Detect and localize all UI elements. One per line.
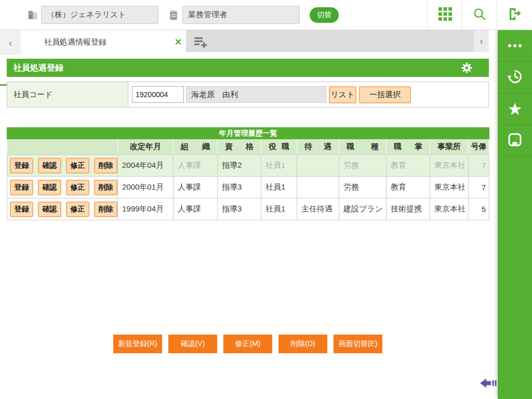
cell-treatment — [297, 155, 339, 177]
list-button[interactable]: リスト — [329, 86, 356, 103]
cell-grade: 指導3 — [218, 177, 261, 198]
row-confirm-button[interactable]: 確認 — [38, 202, 61, 217]
tab-scroll-left-button[interactable]: ‹ — [0, 30, 21, 55]
cell-job-class: 技術提携 — [387, 198, 430, 220]
row-delete-button[interactable]: 削除 — [94, 180, 117, 195]
building-icon — [27, 9, 38, 23]
row-register-button[interactable]: 登録 — [10, 158, 33, 174]
row-delete-button[interactable]: 削除 — [94, 202, 117, 217]
row-confirm-button[interactable]: 確認 — [38, 158, 61, 174]
column-header: 改定年月 — [118, 139, 174, 155]
sidebar-history-button[interactable] — [498, 62, 532, 94]
row-delete-button[interactable]: 削除 — [94, 158, 117, 174]
column-header: 事業所 — [430, 139, 469, 155]
cell-office: 東京本社 — [430, 198, 469, 220]
tab-close-icon[interactable]: × — [170, 36, 186, 48]
gear-icon[interactable] — [460, 61, 473, 76]
action-button-bar: 新規登録(R) 確認(V) 修正(M) 削除(D) 画面切替(E) — [7, 335, 489, 353]
memo-bubble-icon — [507, 132, 523, 150]
cell-grade: 指導2 — [218, 155, 261, 177]
add-tab-button[interactable] — [193, 35, 209, 49]
tab-active[interactable]: 社員処遇情報登録 × — [21, 30, 186, 54]
logout-icon — [507, 6, 523, 24]
cell-job-class: 教育 — [387, 155, 430, 177]
row-actions-cell: 登録 確認 修正 削除 — [7, 155, 118, 177]
employee-code-input[interactable] — [132, 86, 184, 103]
cell-grade: 指導3 — [218, 198, 261, 220]
table-row: 登録 確認 修正 削除 2004年04月 人事課 指導2 社員1 労務 教育 東… — [7, 155, 489, 177]
cell-org: 人事課 — [174, 198, 218, 220]
action-new-button[interactable]: 新規登録(R) — [113, 335, 162, 353]
action-screen-switch-button[interactable]: 画面切替(E) — [334, 335, 382, 353]
logout-button[interactable] — [506, 6, 524, 24]
employee-code-row: 社員コード 海老原 由利 リスト 一括選択 — [7, 82, 489, 108]
cell-post: 社員1 — [261, 198, 297, 220]
table-header-row: 改定年月 組織 資格 役職 待遇 職種 職掌 事業所 号俸 — [7, 139, 489, 155]
switch-button[interactable]: 切替 — [310, 7, 339, 23]
cell-step: 7 — [469, 155, 489, 177]
cell-job-class: 教育 — [387, 177, 430, 198]
page-title: 社員処遇登録 — [7, 59, 489, 77]
topbar-divider — [461, 0, 462, 30]
cell-job-type: 労務 — [339, 155, 387, 177]
chevron-left-icon: ‹ — [9, 37, 12, 49]
star-icon: ★ — [508, 101, 523, 117]
history-icon — [507, 68, 524, 87]
clipboard-icon — [168, 9, 179, 23]
sidebar-more-button[interactable] — [498, 30, 532, 62]
action-confirm-button[interactable]: 確認(V) — [168, 335, 217, 353]
row-modify-button[interactable]: 修正 — [66, 202, 89, 217]
topbar-divider — [427, 0, 428, 30]
bulk-select-button[interactable]: 一括選択 — [359, 86, 411, 103]
add-tab-icon — [193, 42, 208, 50]
cell-job-type: 建設プラン — [339, 198, 387, 220]
cell-step: 7 — [469, 177, 489, 198]
row-modify-button[interactable]: 修正 — [66, 180, 89, 195]
chevron-right-icon: › — [480, 36, 483, 47]
role-input[interactable] — [182, 6, 300, 24]
cell-date: 2004年04月 — [118, 155, 174, 177]
row-register-button[interactable]: 登録 — [10, 180, 33, 195]
table-row: 登録 確認 修正 削除 1999年04月 人事課 指導3 社員1 主任待遇 建設… — [7, 198, 489, 220]
row-actions-cell: 登録 確認 修正 削除 — [7, 198, 118, 220]
grid-icon — [438, 7, 452, 23]
right-sidebar: ★ — [498, 30, 532, 399]
table-row: 登録 確認 修正 削除 2000年01月 人事課 指導3 社員1 労務 教育 東… — [7, 177, 489, 198]
row-register-button[interactable]: 登録 — [10, 202, 33, 217]
column-header: 号俸 — [469, 139, 489, 155]
search-button[interactable] — [470, 6, 489, 24]
collapse-panel-arrow-icon[interactable] — [480, 377, 498, 391]
tab-scroll-right-button[interactable]: › — [474, 30, 489, 52]
cell-treatment: 主任待遇 — [297, 198, 339, 220]
cell-job-type: 労務 — [339, 177, 387, 198]
cell-office: 東京本社 — [430, 155, 469, 177]
sidebar-memo-button[interactable] — [498, 125, 532, 157]
column-header: 資格 — [218, 139, 261, 155]
cell-org: 人事課 — [174, 155, 218, 177]
cell-date: 2000年01月 — [118, 177, 174, 198]
company-input[interactable] — [41, 6, 158, 24]
cell-post: 社員1 — [261, 177, 297, 198]
cell-post: 社員1 — [261, 155, 297, 177]
column-header-buttons — [7, 139, 118, 155]
employee-code-label: 社員コード — [7, 82, 128, 107]
row-confirm-button[interactable]: 確認 — [38, 180, 61, 195]
table-title: 年月管理履歴一覧 — [7, 128, 489, 139]
apps-grid-button[interactable] — [436, 6, 455, 24]
tabbar: ‹ 社員処遇情報登録 × › — [0, 30, 498, 56]
search-icon — [472, 7, 487, 23]
topbar-divider — [497, 0, 497, 30]
row-actions-cell: 登録 確認 修正 削除 — [7, 177, 118, 198]
cell-org: 人事課 — [174, 177, 218, 198]
action-delete-button[interactable]: 削除(D) — [278, 335, 327, 353]
tab-label: 社員処遇情報登録 — [21, 37, 170, 47]
cell-date: 1999年04月 — [118, 198, 174, 220]
sidebar-favorites-button[interactable]: ★ — [498, 94, 532, 125]
action-modify-button[interactable]: 修正(M) — [223, 335, 272, 353]
cell-step: 5 — [469, 198, 489, 220]
page-header: 社員処遇登録 — [7, 59, 489, 77]
column-header: 役職 — [261, 139, 297, 155]
row-modify-button[interactable]: 修正 — [66, 158, 89, 174]
cell-office: 東京本社 — [430, 177, 469, 198]
employee-name-field: 海老原 由利 — [186, 86, 326, 103]
